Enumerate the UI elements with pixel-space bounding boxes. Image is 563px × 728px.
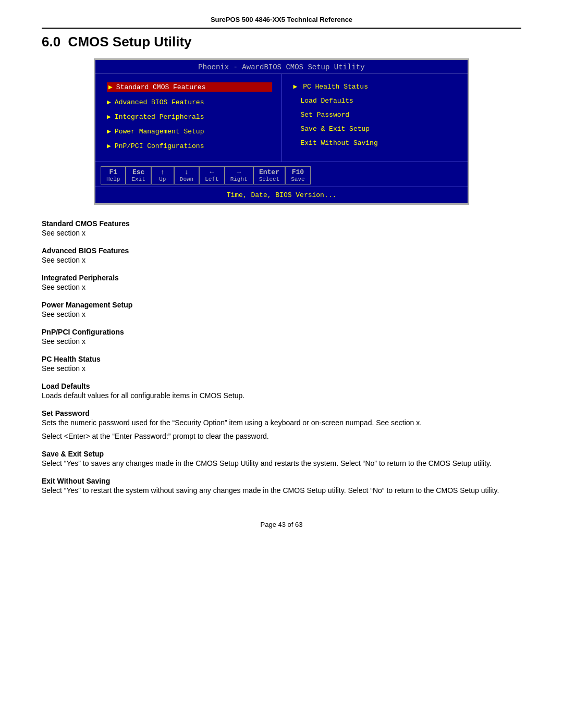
content-area: Standard CMOS FeaturesSee section xAdvan…: [42, 219, 521, 495]
content-heading: Save & Exit Setup: [42, 450, 521, 458]
content-heading: PnP/PCI Configurations: [42, 328, 521, 336]
content-heading: Load Defaults: [42, 382, 521, 390]
bios-status-bar: Time, Date, BIOS Version...: [95, 187, 468, 203]
bios-nav-key: ↓Down: [174, 166, 199, 184]
bios-right-menu: ▶ PC Health StatusLoad DefaultsSet Passw…: [282, 74, 468, 162]
bios-nav-key: F1Help: [101, 166, 126, 184]
bios-left-menu-item: ▶ Integrated Peripherals: [107, 113, 272, 121]
header-title: SurePOS 500 4846-XX5 Technical Reference: [211, 16, 352, 23]
content-text: Select <Enter> at the “Enter Password:” …: [42, 432, 521, 440]
content-heading: PC Health Status: [42, 355, 521, 363]
bios-screen: Phoenix - AwardBIOS CMOS Setup Utility ▶…: [94, 58, 469, 205]
content-text: Select “Yes” to saves any changes made i…: [42, 459, 521, 467]
content-heading: Power Management Setup: [42, 301, 521, 309]
content-text: See section x: [42, 337, 521, 346]
footer-text: Page 43 of 63: [261, 521, 303, 528]
document-header: SurePOS 500 4846-XX5 Technical Reference: [42, 16, 521, 29]
bios-nav-key: →Right: [225, 166, 253, 184]
bios-right-menu-item: Set Password: [293, 111, 459, 119]
bios-main-area: ▶ Standard CMOS Features▶ Advanced BIOS …: [95, 74, 468, 162]
content-text: Loads default values for all configurabl…: [42, 391, 521, 400]
content-heading: Standard CMOS Features: [42, 219, 521, 228]
bios-title-text: Phoenix - AwardBIOS CMOS Setup Utility: [198, 63, 364, 71]
content-text: See section x: [42, 256, 521, 264]
doc-footer: Page 43 of 63: [42, 515, 521, 528]
content-heading: Exit Without Saving: [42, 477, 521, 485]
content-text: See section x: [42, 310, 521, 318]
section-title: 6.0 CMOS Setup Utility: [42, 34, 521, 50]
content-text: See section x: [42, 364, 521, 373]
content-heading: Advanced BIOS Features: [42, 246, 521, 255]
bios-left-menu: ▶ Standard CMOS Features▶ Advanced BIOS …: [95, 74, 282, 162]
section-name: CMOS Setup Utility: [68, 34, 192, 50]
content-text: See section x: [42, 283, 521, 291]
content-heading: Integrated Peripherals: [42, 274, 521, 282]
content-text: Sets the numeric password used for the “…: [42, 418, 521, 427]
content-text: See section x: [42, 229, 521, 237]
bios-status-text: Time, Date, BIOS Version...: [227, 191, 337, 199]
bios-nav-bar: F1HelpEscExit↑Up↓Down←Left→RightEnterSel…: [95, 162, 468, 187]
content-heading: Set Password: [42, 409, 521, 417]
bios-title-bar: Phoenix - AwardBIOS CMOS Setup Utility: [95, 60, 468, 74]
bios-left-menu-item: ▶ Power Management Setup: [107, 127, 272, 135]
bios-right-menu-item: ▶ PC Health Status: [293, 82, 459, 91]
content-text: Select “Yes” to restart the system witho…: [42, 486, 521, 495]
bios-right-menu-item: Save & Exit Setup: [293, 125, 459, 133]
bios-nav-key: ↑Up: [151, 166, 174, 184]
bios-right-menu-item: Load Defaults: [293, 97, 459, 105]
bios-right-menu-item: Exit Without Saving: [293, 139, 459, 147]
bios-left-menu-item: ▶ Advanced BIOS Features: [107, 98, 272, 106]
bios-left-menu-item: ▶ PnP/PCI Configurations: [107, 142, 272, 150]
bios-nav-key: ←Left: [199, 166, 224, 184]
bios-nav-key: EscExit: [126, 166, 151, 184]
bios-nav-key: F10Save: [285, 166, 310, 184]
bios-left-menu-item: ▶ Standard CMOS Features: [107, 82, 272, 92]
section-number: 6.0: [42, 34, 60, 50]
bios-nav-key: EnterSelect: [253, 166, 286, 184]
